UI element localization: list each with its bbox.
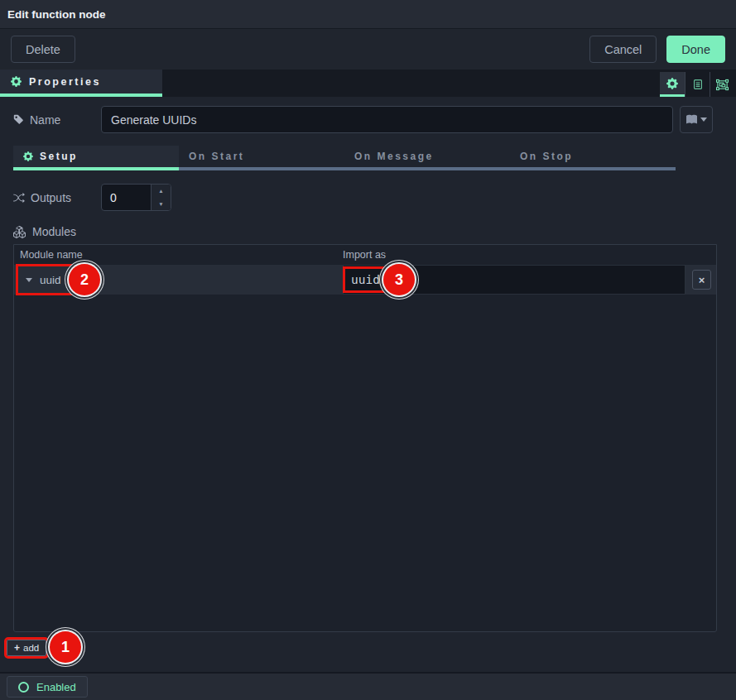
annotation-circle-3: 3 [383, 264, 415, 295]
gear-icon [11, 76, 22, 87]
cubes-icon [13, 226, 26, 238]
book-icon [686, 114, 697, 125]
spinner-down-button[interactable]: ▼ [152, 198, 171, 211]
outputs-label-text: Outputs [31, 191, 71, 204]
editor-side-tabs [660, 72, 734, 97]
column-module-name: Module name [14, 249, 343, 261]
annotation-circle-1: 1 [50, 631, 81, 663]
outputs-spinner[interactable]: 0 ▲ ▼ [101, 184, 171, 211]
tab-setup-label: Setup [40, 151, 78, 162]
dialog-titlebar: Edit function node [0, 0, 736, 29]
import-as-input[interactable]: uuid 3 [343, 265, 685, 295]
import-as-cell: uuid 3 × [343, 265, 716, 295]
column-import-as: Import as [343, 249, 716, 261]
module-name-dropdown[interactable]: uuid [18, 266, 71, 293]
plus-icon: + [14, 642, 20, 654]
tab-on-start-label: On Start [189, 151, 244, 162]
name-label-text: Name [30, 113, 60, 127]
remove-module-button[interactable]: × [692, 270, 711, 290]
tab-setup[interactable]: Setup [13, 146, 179, 170]
done-button[interactable]: Done [666, 36, 725, 63]
name-input-value: Generate UUIDs [111, 113, 196, 127]
library-button[interactable] [680, 106, 713, 133]
panel-tab-row: Properties [0, 70, 736, 97]
modules-table: Module name Import as uuid 2 uuid 3 × [13, 244, 717, 632]
modules-table-empty-area [14, 295, 716, 631]
gear-icon [666, 78, 678, 89]
tag-icon [13, 114, 24, 125]
import-as-value: uuid [345, 269, 386, 290]
outputs-label: Outputs [13, 191, 101, 204]
annotation-circle-2: 2 [69, 264, 100, 295]
tab-properties-icon-button[interactable] [660, 72, 685, 97]
dialog-footer: Enabled [0, 672, 736, 700]
cancel-button[interactable]: Cancel [589, 36, 657, 63]
tab-properties-label: Properties [29, 76, 101, 88]
name-label: Name [13, 113, 101, 127]
triangle-down-icon: ▼ [158, 201, 163, 207]
gear-icon [23, 151, 33, 161]
chevron-down-icon [26, 278, 32, 282]
close-icon: × [699, 274, 705, 286]
object-group-icon [716, 79, 729, 91]
properties-panel: Name Generate UUIDs Setup On Start On Me… [0, 106, 736, 681]
module-row: uuid 2 uuid 3 × [14, 264, 716, 295]
spinner-up-button[interactable]: ▲ [152, 185, 171, 198]
enabled-toggle-button[interactable]: Enabled [7, 676, 88, 698]
dialog-buttonbar: Delete Cancel Done [0, 29, 736, 70]
tab-on-start[interactable]: On Start [179, 146, 344, 170]
outputs-spinner-buttons: ▲ ▼ [151, 185, 171, 210]
name-row: Name Generate UUIDs [13, 106, 713, 133]
module-name-cell: uuid 2 [14, 265, 343, 295]
tab-on-message[interactable]: On Message [344, 146, 510, 170]
tab-on-stop-label: On Stop [520, 151, 573, 162]
circle-icon [18, 682, 29, 693]
chevron-down-icon [700, 117, 707, 122]
name-input[interactable]: Generate UUIDs [101, 106, 673, 133]
enabled-label: Enabled [36, 681, 76, 693]
file-text-icon [692, 79, 704, 90]
outputs-value[interactable]: 0 [102, 185, 151, 210]
delete-button[interactable]: Delete [11, 36, 75, 63]
function-editor-tabs: Setup On Start On Message On Stop [13, 146, 676, 170]
add-row: + add 1 [7, 637, 723, 662]
tab-appearance-button[interactable] [710, 72, 734, 97]
triangle-up-icon: ▲ [158, 188, 163, 194]
tab-on-message-label: On Message [354, 151, 434, 162]
shuffle-icon [13, 192, 25, 204]
add-module-button[interactable]: + add [7, 640, 46, 656]
tab-description-button[interactable] [685, 72, 710, 97]
add-button-label: add [23, 643, 39, 653]
tab-on-stop[interactable]: On Stop [510, 146, 676, 170]
outputs-row: Outputs 0 ▲ ▼ [13, 184, 723, 211]
module-name-value: uuid [40, 274, 61, 286]
modules-label-text: Modules [32, 225, 76, 238]
modules-label: Modules [13, 225, 723, 238]
dialog-title: Edit function node [7, 8, 105, 21]
tab-properties[interactable]: Properties [0, 70, 162, 97]
modules-table-header: Module name Import as [14, 245, 716, 264]
